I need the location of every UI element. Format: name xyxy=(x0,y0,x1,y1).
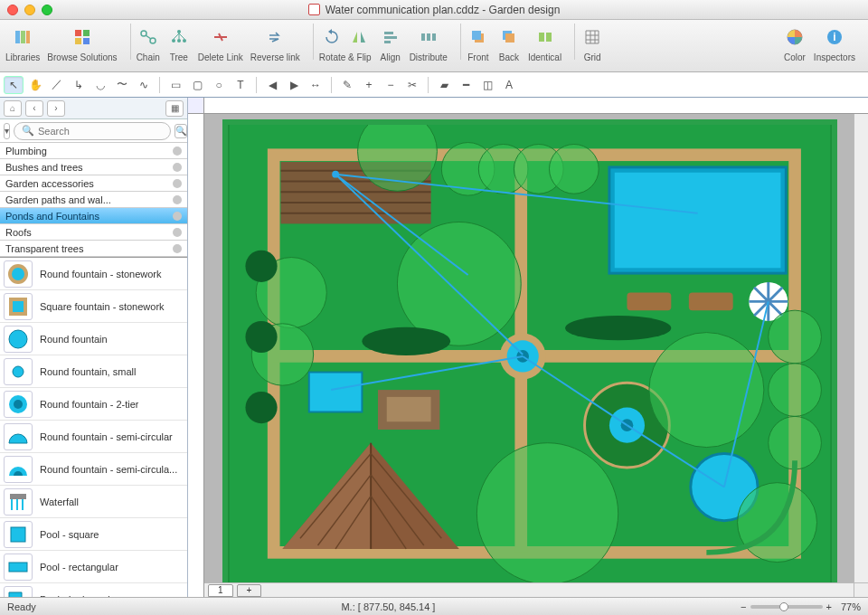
zoom-in-button[interactable]: + xyxy=(826,601,832,612)
arc-tool[interactable]: ◡ xyxy=(90,76,110,94)
svg-point-91 xyxy=(769,310,822,364)
lib-item-label: Round fountain - semi-circular xyxy=(40,431,173,442)
arrow-left-tool[interactable]: ◀ xyxy=(262,76,282,94)
category-bushes-and-trees[interactable]: Bushes and trees xyxy=(0,159,187,175)
sidebar-back-button[interactable]: ‹ xyxy=(25,100,43,117)
category-plumbing[interactable]: Plumbing xyxy=(0,143,187,159)
hand-tool[interactable]: ✋ xyxy=(25,76,45,94)
search-icon: 🔍 xyxy=(22,125,34,137)
category-garden-paths-and-wal-[interactable]: Garden paths and wal... xyxy=(0,192,187,208)
color-icon[interactable] xyxy=(783,25,807,49)
drawing-canvas[interactable] xyxy=(204,114,854,582)
edit-point-tool[interactable]: ✎ xyxy=(337,76,357,94)
lib-item-semi2[interactable]: Round fountain - semi-circula... xyxy=(0,453,187,486)
lib-item-round-2tier[interactable]: Round fountain - 2-tier xyxy=(0,388,187,421)
text-style-tool[interactable]: A xyxy=(499,76,519,94)
sidebar-collapse-button[interactable]: ▾ xyxy=(4,123,10,139)
scrollbar-vertical[interactable] xyxy=(854,114,868,582)
reverse-link-icon[interactable] xyxy=(263,25,287,49)
zoom-value: 77% xyxy=(841,601,861,612)
pointer-tool[interactable]: ↖ xyxy=(4,76,24,94)
sidebar-fwd-button[interactable]: › xyxy=(47,100,65,117)
sidebar-view-button[interactable]: ▦ xyxy=(165,100,184,117)
lib-item-semi[interactable]: Round fountain - semi-circular xyxy=(0,421,187,453)
align-icon[interactable] xyxy=(379,25,402,49)
lib-thumb-icon xyxy=(4,456,33,483)
category-ponds-and-fountains[interactable]: Ponds and Fountains xyxy=(0,208,187,224)
spline-tool[interactable]: 〜 xyxy=(112,76,132,94)
inspectors-icon[interactable]: i xyxy=(823,25,846,49)
svg-rect-58 xyxy=(615,173,781,269)
identical-icon[interactable] xyxy=(533,25,557,49)
scrollbar-horizontal[interactable]: 1 + xyxy=(204,582,854,597)
fill-tool[interactable]: ▰ xyxy=(434,76,454,94)
lib-item-pool-sq[interactable]: Pool - square xyxy=(0,518,187,551)
rotate-icon[interactable] xyxy=(320,25,344,49)
libraries-label: Libraries xyxy=(5,52,40,62)
svg-rect-5 xyxy=(75,38,81,44)
lib-item-label: Round fountain - stonework xyxy=(40,269,162,279)
double-arrow-tool[interactable]: ↔ xyxy=(306,76,326,94)
line-style-tool[interactable]: ━ xyxy=(456,76,476,94)
lib-item-pool-l[interactable]: Pool - L-shaped xyxy=(0,583,187,597)
grid-icon[interactable] xyxy=(580,25,604,49)
arrow-right-tool[interactable]: ▶ xyxy=(284,76,304,94)
shadow-tool[interactable]: ◫ xyxy=(477,76,497,94)
zoom-window-button[interactable] xyxy=(42,5,52,15)
lib-item-pool-rect[interactable]: Pool - rectangular xyxy=(0,551,187,583)
sidebar-home-button[interactable]: ⌂ xyxy=(4,100,22,117)
ellipse-tool[interactable]: ○ xyxy=(209,76,229,94)
svg-rect-64 xyxy=(387,397,431,421)
lib-item-round[interactable]: Round fountain xyxy=(0,323,187,355)
minimize-window-button[interactable] xyxy=(24,5,35,15)
category-garden-accessories[interactable]: Garden accessories xyxy=(0,175,187,192)
ruler-horizontal[interactable] xyxy=(204,98,868,114)
browse-solutions-icon[interactable] xyxy=(71,25,94,49)
lib-item-round-small[interactable]: Round fountain, small xyxy=(0,355,187,388)
category-roofs[interactable]: Roofs xyxy=(0,224,187,241)
library-sidebar: ⌂ ‹ › ▦ ▾ 🔍 🔍 PlumbingBushes and treesGa… xyxy=(0,98,188,597)
category-label: Roofs xyxy=(5,227,32,238)
add-point-tool[interactable]: + xyxy=(359,76,379,94)
main-toolbar: Libraries Browse Solutions Chain Tree De… xyxy=(0,20,868,72)
crop-tool[interactable]: ✂ xyxy=(402,76,422,94)
zoom-slider[interactable] xyxy=(750,605,823,609)
text-tool[interactable]: T xyxy=(231,76,250,94)
distribute-icon[interactable] xyxy=(417,25,440,49)
lib-item-waterfall[interactable]: Waterfall xyxy=(0,486,187,518)
back-label: Back xyxy=(499,52,519,62)
front-icon[interactable] xyxy=(467,25,490,49)
category-label: Transparent trees xyxy=(5,243,83,254)
ruler-vertical[interactable] xyxy=(188,114,204,597)
libraries-icon[interactable] xyxy=(11,25,34,49)
library-search[interactable]: 🔍 xyxy=(14,122,171,140)
lib-thumb-icon xyxy=(4,586,33,598)
bezier-tool[interactable]: ∿ xyxy=(134,76,154,94)
close-window-button[interactable] xyxy=(7,5,18,15)
category-label: Plumbing xyxy=(5,146,47,156)
category-transparent-trees[interactable]: Transparent trees xyxy=(0,241,187,257)
roundrect-tool[interactable]: ▢ xyxy=(187,76,207,94)
lib-item-square-stone[interactable]: Square fountain - stonework xyxy=(0,290,187,323)
back-icon[interactable] xyxy=(497,25,521,49)
category-label: Bushes and trees xyxy=(5,162,83,173)
delete-link-icon[interactable] xyxy=(209,25,232,49)
garden-drawing[interactable] xyxy=(222,119,837,582)
lib-thumb-icon xyxy=(4,293,33,320)
add-page-tab[interactable]: + xyxy=(237,584,262,597)
category-list: PlumbingBushes and treesGarden accessori… xyxy=(0,143,187,258)
search-go-button[interactable]: 🔍 xyxy=(175,124,187,138)
page-tab[interactable]: 1 xyxy=(208,584,233,597)
tree-icon[interactable] xyxy=(167,25,191,49)
zoom-control[interactable]: − + 77% xyxy=(741,601,861,612)
chain-icon[interactable] xyxy=(137,25,160,49)
lib-item-round-stone[interactable]: Round fountain - stonework xyxy=(0,258,187,290)
rect-tool[interactable]: ▭ xyxy=(165,76,185,94)
line-tool[interactable]: ／ xyxy=(47,76,67,94)
zoom-out-button[interactable]: − xyxy=(741,601,746,612)
connector-tool[interactable]: ↳ xyxy=(69,76,89,94)
flip-icon[interactable] xyxy=(347,25,371,49)
search-input[interactable] xyxy=(38,126,163,137)
delete-point-tool[interactable]: − xyxy=(381,76,401,94)
align-label: Align xyxy=(381,52,401,62)
